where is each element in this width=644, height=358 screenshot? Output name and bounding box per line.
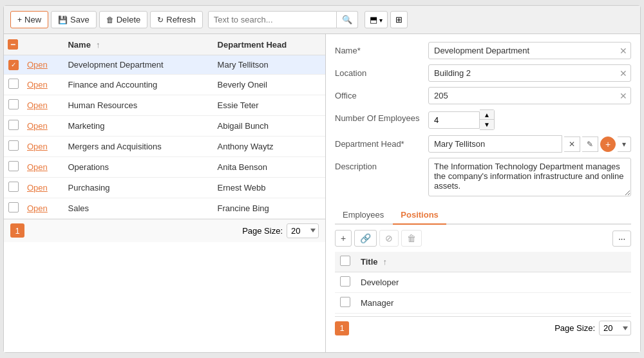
name-column-header: Name ↑ (64, 34, 213, 55)
name-clear-button[interactable]: ✕ (620, 46, 627, 56)
location-input[interactable] (428, 64, 631, 82)
positions-row[interactable]: Manager (335, 293, 631, 314)
row-checkbox-cell (4, 55, 23, 75)
positions-row[interactable]: Developer (335, 272, 631, 293)
open-link[interactable]: Open (27, 162, 48, 172)
head-field-value: ✕ ✎ + ▾ (428, 135, 631, 153)
name-field-value: ✕ (428, 42, 631, 59)
open-link[interactable]: Open (27, 203, 48, 213)
page-size-label: Page Size: (242, 226, 283, 236)
row-name-cell: Operations (64, 156, 213, 177)
head-edit-button[interactable]: ✎ (582, 137, 598, 152)
row-checkbox[interactable] (8, 79, 19, 89)
row-head-cell: Francine Bing (214, 198, 325, 218)
employees-increment[interactable]: ▲ (480, 110, 494, 120)
name-sort-icon[interactable]: ↑ (96, 40, 100, 50)
list-row[interactable]: Open Finance and Accounting Beverly Onei… (4, 74, 325, 95)
positions-table: Title ↑ Developer Manager (335, 252, 631, 314)
position-checkbox-cell (335, 293, 355, 314)
grid-button[interactable]: ⊞ (390, 11, 408, 28)
list-row[interactable]: Open Mergers and Acquisitions Anthony Wa… (4, 136, 325, 156)
employees-input[interactable] (428, 111, 480, 129)
positions-more-button[interactable]: ··· (612, 231, 631, 247)
row-name-cell: Mergers and Acquisitions (64, 136, 213, 156)
description-field-value: The Information Technology Department ma… (428, 158, 631, 198)
app-container: + New 💾 Save 🗑 Delete ↻ Refresh 🔍 ⬒ ▾ (3, 5, 641, 353)
positions-unlink-button[interactable]: ⊘ (379, 230, 399, 247)
new-button[interactable]: + New (10, 11, 48, 28)
export-button[interactable]: ⬒ ▾ (365, 11, 388, 28)
head-clear-button[interactable]: ✕ (564, 137, 580, 152)
positions-delete-button[interactable]: 🗑 (401, 230, 422, 247)
select-all-checkbox[interactable] (8, 39, 18, 50)
toolbar-actions: ⬒ ▾ ⊞ (365, 11, 408, 28)
open-link[interactable]: Open (27, 80, 48, 90)
dropdown-arrow: ▾ (379, 17, 383, 24)
head-dropdown-button[interactable]: ▾ (618, 137, 631, 152)
employees-decrement[interactable]: ▼ (480, 120, 494, 129)
search-icon: 🔍 (342, 15, 352, 24)
page-size-select[interactable]: 20 50 100 (287, 223, 319, 238)
open-link[interactable]: Open (27, 100, 48, 110)
refresh-icon: ↻ (157, 15, 164, 24)
save-icon: 💾 (58, 15, 68, 24)
row-checkbox-cell (4, 136, 23, 156)
list-row[interactable]: Open Operations Anita Benson (4, 156, 325, 177)
open-link[interactable]: Open (27, 60, 48, 70)
list-row[interactable]: Open Development Department Mary Tellits… (4, 55, 325, 75)
head-input[interactable] (428, 135, 562, 153)
row-open-cell: Open (23, 177, 64, 198)
name-input[interactable] (428, 42, 631, 59)
positions-link-button[interactable]: 🔗 (354, 230, 377, 247)
search-input[interactable] (208, 11, 337, 28)
office-input[interactable] (428, 87, 631, 104)
positions-page-size-select[interactable]: 20 50 100 (599, 321, 631, 335)
row-open-cell: Open (23, 74, 64, 95)
positions-select-header (335, 252, 355, 272)
row-checkbox-cell (4, 177, 23, 198)
toolbar: + New 💾 Save 🗑 Delete ↻ Refresh 🔍 ⬒ ▾ (4, 6, 640, 34)
location-clear-button[interactable]: ✕ (620, 68, 627, 79)
office-input-wrap: ✕ (428, 87, 631, 104)
row-checkbox[interactable] (8, 120, 19, 130)
list-row[interactable]: Open Human Resources Essie Teter (4, 95, 325, 115)
positions-select-all[interactable] (340, 256, 350, 266)
tab-employees[interactable]: Employees (335, 206, 392, 225)
open-link[interactable]: Open (27, 183, 48, 193)
position-checkbox[interactable] (340, 297, 350, 307)
office-label: Office (335, 87, 428, 100)
position-checkbox-cell (335, 272, 355, 293)
page-number-badge: 1 (10, 223, 24, 238)
row-checkbox[interactable] (8, 99, 19, 109)
tab-positions[interactable]: Positions (393, 206, 446, 225)
list-row[interactable]: Open Sales Francine Bing (4, 198, 325, 218)
grid-icon: ⊞ (395, 15, 402, 24)
row-checkbox[interactable] (8, 140, 19, 151)
row-checkbox[interactable] (8, 161, 19, 171)
list-row[interactable]: Open Marketing Abigail Bunch (4, 115, 325, 136)
refresh-button[interactable]: ↻ Refresh (150, 11, 203, 28)
open-link[interactable]: Open (27, 142, 48, 151)
delete-button[interactable]: 🗑 Delete (99, 11, 148, 28)
title-sort-icon[interactable]: ↑ (383, 257, 388, 267)
row-checkbox[interactable] (8, 182, 19, 192)
location-input-wrap: ✕ (428, 64, 631, 82)
select-all-header (4, 34, 23, 55)
list-row[interactable]: Open Purchasing Ernest Webb (4, 177, 325, 198)
tabs-nav: Employees Positions (335, 206, 631, 225)
head-column-header: Department Head (214, 34, 325, 55)
row-checkbox[interactable] (8, 60, 19, 70)
head-add-button[interactable]: + (600, 137, 616, 152)
row-open-cell: Open (23, 198, 64, 218)
row-open-cell: Open (23, 55, 64, 75)
office-clear-button[interactable]: ✕ (620, 91, 627, 101)
open-link[interactable]: Open (27, 121, 48, 131)
description-textarea[interactable]: The Information Technology Department ma… (428, 158, 631, 196)
positions-add-button[interactable]: + (335, 230, 352, 247)
row-head-cell: Anthony Waytz (214, 136, 325, 156)
detail-panel: Name* ✕ Location ✕ (326, 34, 640, 352)
search-button[interactable]: 🔍 (337, 11, 358, 28)
save-button[interactable]: 💾 Save (51, 11, 97, 28)
position-checkbox[interactable] (340, 276, 350, 287)
row-checkbox[interactable] (8, 202, 19, 212)
